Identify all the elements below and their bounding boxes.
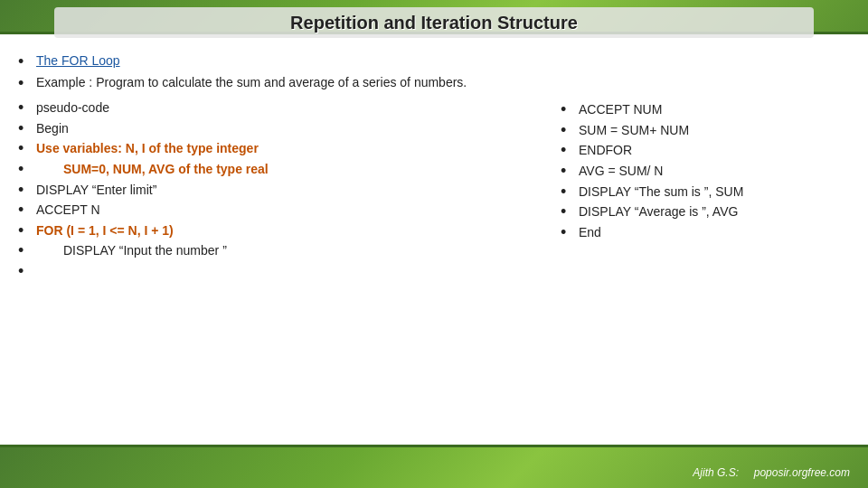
right-bullet-6: • DISPLAY “Average is ”, AVG (561, 202, 850, 222)
right-b1-text: ACCEPT NUM (579, 100, 850, 119)
right-column: • ACCEPT NUM • SUM = SUM+ NUM • ENDFOR •… (561, 99, 850, 434)
bullet-dot-2: • (18, 74, 36, 94)
top-bullet-1: • The FOR Loop (18, 52, 850, 72)
left-bullet-6: • ACCEPT N (18, 201, 552, 221)
left-b7-text: FOR (I = 1, I <= N, I + 1) (36, 221, 552, 240)
title-bar: Repetition and Iteration Structure (54, 7, 814, 38)
left-bullet-1: • pseudo-code (18, 99, 552, 118)
right-bullet-5: • DISPLAY “The sum is ”, SUM (561, 183, 850, 202)
left-b1-text: pseudo-code (36, 99, 552, 117)
right-b4-text: AVG = SUM/ N (579, 162, 850, 181)
right-bullet-1: • ACCEPT NUM (561, 100, 850, 120)
top-bullet-2-text: Example : Program to calculate the sum a… (36, 74, 850, 92)
right-b5-text: DISPLAY “The sum is ”, SUM (579, 183, 850, 202)
left-bullet-3: • Use variables: N, I of the type intege… (18, 139, 552, 159)
left-b8-text: DISPLAY “Input the number ” (36, 241, 552, 260)
left-bullet-2: • Begin (18, 119, 552, 139)
content-area: • The FOR Loop • Example : Program to ca… (0, 43, 868, 441)
right-bullet-3: • ENDFOR (561, 141, 850, 161)
two-col-section: • pseudo-code • Begin • Use variables: N… (18, 99, 850, 434)
page-title: Repetition and Iteration Structure (290, 13, 578, 33)
left-bullet-4: • SUM=0, NUM, AVG of the type real (18, 160, 552, 180)
left-b2-text: Begin (36, 119, 552, 138)
right-b2-text: SUM = SUM+ NUM (579, 121, 850, 140)
left-b4-text: SUM=0, NUM, AVG of the type real (36, 160, 552, 179)
left-bullet-8: • DISPLAY “Input the number ” (18, 241, 552, 261)
right-b3-text: ENDFOR (579, 141, 850, 160)
footer-author: Ajith G.S: (693, 466, 739, 479)
right-bullet-7: • End (561, 223, 850, 243)
footer-website: poposir.orgfree.com (754, 466, 850, 479)
left-bullet-7: • FOR (I = 1, I <= N, I + 1) (18, 221, 552, 241)
footer-attribution: Ajith G.S: poposir.orgfree.com (693, 466, 850, 479)
right-b6-text: DISPLAY “Average is ”, AVG (579, 202, 850, 221)
left-b5-text: DISPLAY “Enter limit” (36, 181, 552, 200)
top-bullet-1-text: The FOR Loop (36, 52, 850, 70)
top-bullets-section: • The FOR Loop • Example : Program to ca… (18, 52, 850, 95)
left-b6-text: ACCEPT N (36, 201, 552, 220)
left-b3-text: Use variables: N, I of the type integer (36, 139, 552, 158)
bullet-dot-1: • (18, 52, 36, 72)
left-bullet-5: • DISPLAY “Enter limit” (18, 181, 552, 201)
top-bullet-2: • Example : Program to calculate the sum… (18, 74, 850, 94)
left-bullet-9: • (18, 262, 552, 282)
right-bullet-2: • SUM = SUM+ NUM (561, 121, 850, 141)
right-b7-text: End (579, 223, 850, 242)
left-column: • pseudo-code • Begin • Use variables: N… (18, 99, 552, 434)
right-bullet-4: • AVG = SUM/ N (561, 162, 850, 182)
